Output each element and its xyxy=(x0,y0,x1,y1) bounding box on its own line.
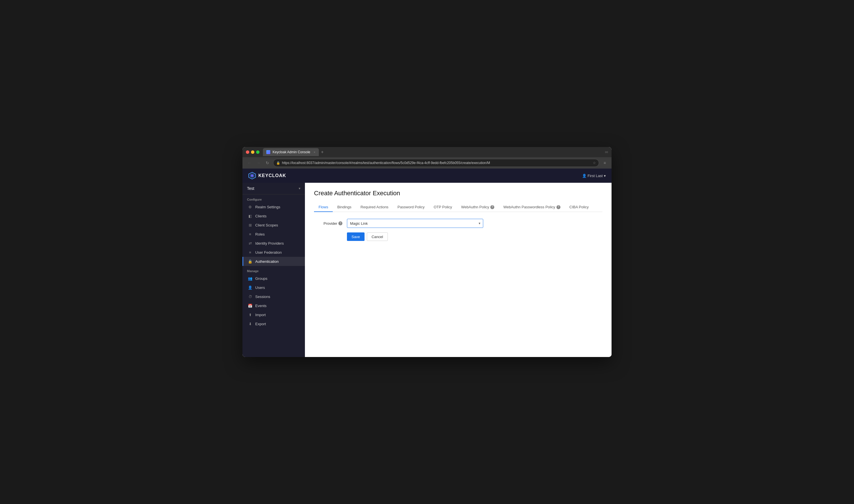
realm-selector[interactable]: Test ▾ xyxy=(243,183,305,194)
tab-label: Keycloak Admin Console xyxy=(272,150,310,154)
sidebar-item-label: Sessions xyxy=(255,294,270,299)
tab-webauthn-policy[interactable]: WebAuthn Policy ? xyxy=(457,203,499,212)
webauthn-policy-help-icon: ? xyxy=(490,205,494,209)
configure-section-label: Configure xyxy=(243,194,305,202)
logo-icon xyxy=(248,172,256,180)
users-icon: 👤 xyxy=(248,285,252,290)
user-label: First Last xyxy=(588,174,603,178)
traffic-lights xyxy=(246,150,260,154)
sidebar-item-label: Client Scopes xyxy=(255,223,278,227)
import-icon: ⬆ xyxy=(248,312,252,317)
identity-providers-icon: ⇄ xyxy=(248,241,252,246)
browser-menu-button[interactable]: ≡ xyxy=(601,160,608,166)
tab-close-icon[interactable]: × xyxy=(314,151,316,154)
tabs-bar: Flows Bindings Required Actions Password… xyxy=(314,203,603,212)
tab-required-actions[interactable]: Required Actions xyxy=(356,203,393,212)
tab-flows[interactable]: Flows xyxy=(314,203,333,212)
tab-ciba-policy[interactable]: CIBA Policy xyxy=(565,203,593,212)
sidebar-item-clients[interactable]: ◧ Clients xyxy=(243,212,305,220)
roles-icon: ≡ xyxy=(248,232,252,236)
app-container: KEYCLOAK 👤 First Last ▾ Test ▾ Configure… xyxy=(243,168,611,357)
maximize-window-button[interactable] xyxy=(256,150,260,154)
provider-form-row: Provider ? Magic Link Username Password … xyxy=(314,219,603,228)
sidebar-item-label: Users xyxy=(255,286,265,290)
realm-settings-icon: ⚙ xyxy=(248,204,252,209)
tab-otp-policy[interactable]: OTP Policy xyxy=(429,203,457,212)
groups-icon: 👥 xyxy=(248,276,252,281)
form-buttons: Save Cancel xyxy=(347,232,603,241)
sidebar-item-authentication[interactable]: 🔒 Authentication xyxy=(243,257,305,266)
refresh-button[interactable]: ↻ xyxy=(264,160,271,166)
realm-chevron-icon: ▾ xyxy=(299,186,300,191)
sessions-icon: ⏱ xyxy=(248,294,252,299)
sidebar-item-label: Groups xyxy=(255,276,267,281)
page-title: Create Authenticator Execution xyxy=(314,190,603,197)
provider-help-icon[interactable]: ? xyxy=(338,221,342,225)
tab-webauthn-passwordless-policy[interactable]: WebAuthn Passwordless Policy ? xyxy=(499,203,565,212)
sidebar-item-identity-providers[interactable]: ⇄ Identity Providers xyxy=(243,239,305,248)
sidebar: Test ▾ Configure ⚙ Realm Settings ◧ Clie… xyxy=(243,183,305,357)
logo-text: KEYCLOAK xyxy=(259,173,286,178)
main-layout: Test ▾ Configure ⚙ Realm Settings ◧ Clie… xyxy=(243,183,611,357)
sidebar-item-roles[interactable]: ≡ Roles xyxy=(243,230,305,239)
browser-tab-active[interactable]: Keycloak Admin Console × xyxy=(263,148,319,156)
sidebar-item-label: Realm Settings xyxy=(255,205,280,209)
tab-bar: Keycloak Admin Console × + xyxy=(263,148,605,156)
tab-password-policy-label: Password Policy xyxy=(397,205,424,209)
address-bar[interactable]: 🔒 https://localhost:8037/admin/master/co… xyxy=(273,159,599,167)
cancel-button[interactable]: Cancel xyxy=(367,232,388,241)
tab-flows-label: Flows xyxy=(319,205,328,209)
events-icon: 📅 xyxy=(248,303,252,308)
svg-point-2 xyxy=(251,175,253,177)
provider-label-text: Provider xyxy=(324,221,337,226)
sidebar-item-groups[interactable]: 👥 Groups xyxy=(243,274,305,283)
provider-select-wrapper: Magic Link Username Password Form OTP Fo… xyxy=(347,219,483,228)
tab-password-policy[interactable]: Password Policy xyxy=(393,203,429,212)
minimize-window-button[interactable] xyxy=(251,150,254,154)
sidebar-item-label: Import xyxy=(255,313,266,317)
sidebar-item-user-federation[interactable]: ≡ User Federation xyxy=(243,248,305,257)
webauthn-passwordless-help-icon: ? xyxy=(556,205,561,209)
sidebar-item-users[interactable]: 👤 Users xyxy=(243,283,305,292)
sidebar-item-label: User Federation xyxy=(255,250,282,255)
browser-window: Keycloak Admin Console × + ∞ ← → ↻ 🔒 htt… xyxy=(243,147,611,357)
title-bar: Keycloak Admin Console × + ∞ xyxy=(243,147,611,157)
sidebar-item-label: Clients xyxy=(255,214,267,218)
browser-menu-icon[interactable]: ∞ xyxy=(605,149,608,155)
sidebar-item-label: Identity Providers xyxy=(255,241,284,246)
forward-button[interactable]: → xyxy=(255,160,262,166)
sidebar-item-export[interactable]: ⬇ Export xyxy=(243,319,305,328)
tab-ciba-policy-label: CIBA Policy xyxy=(570,205,589,209)
content-area: Create Authenticator Execution Flows Bin… xyxy=(305,183,611,357)
tab-bindings[interactable]: Bindings xyxy=(333,203,356,212)
sidebar-item-label: Roles xyxy=(255,232,265,236)
provider-select[interactable]: Magic Link Username Password Form OTP Fo… xyxy=(347,219,483,228)
save-button[interactable]: Save xyxy=(347,232,364,241)
client-scopes-icon: ⊞ xyxy=(248,223,252,227)
user-menu[interactable]: 👤 First Last ▾ xyxy=(582,174,606,178)
export-icon: ⬇ xyxy=(248,322,252,326)
back-button[interactable]: ← xyxy=(246,160,253,166)
sidebar-item-sessions[interactable]: ⏱ Sessions xyxy=(243,292,305,301)
user-federation-icon: ≡ xyxy=(248,250,252,255)
sidebar-item-import[interactable]: ⬆ Import xyxy=(243,310,305,319)
sidebar-item-label: Events xyxy=(255,304,267,308)
sidebar-item-client-scopes[interactable]: ⊞ Client Scopes xyxy=(243,220,305,230)
tab-bindings-label: Bindings xyxy=(337,205,352,209)
new-tab-button[interactable]: + xyxy=(320,149,325,155)
tab-required-actions-label: Required Actions xyxy=(360,205,388,209)
authentication-icon: 🔒 xyxy=(248,259,252,264)
sidebar-item-label: Export xyxy=(255,322,266,326)
bookmark-icon[interactable]: ☆ xyxy=(593,161,596,165)
sidebar-item-realm-settings[interactable]: ⚙ Realm Settings xyxy=(243,202,305,212)
tab-favicon-icon xyxy=(266,150,270,154)
close-window-button[interactable] xyxy=(246,150,249,154)
realm-name: Test xyxy=(247,186,254,191)
clients-icon: ◧ xyxy=(248,214,252,218)
security-icon: 🔒 xyxy=(276,161,280,165)
sidebar-item-label: Authentication xyxy=(255,259,279,264)
user-icon: 👤 xyxy=(582,174,587,178)
manage-section-label: Manage xyxy=(243,266,305,274)
sidebar-item-events[interactable]: 📅 Events xyxy=(243,301,305,310)
user-chevron-icon: ▾ xyxy=(604,174,606,178)
